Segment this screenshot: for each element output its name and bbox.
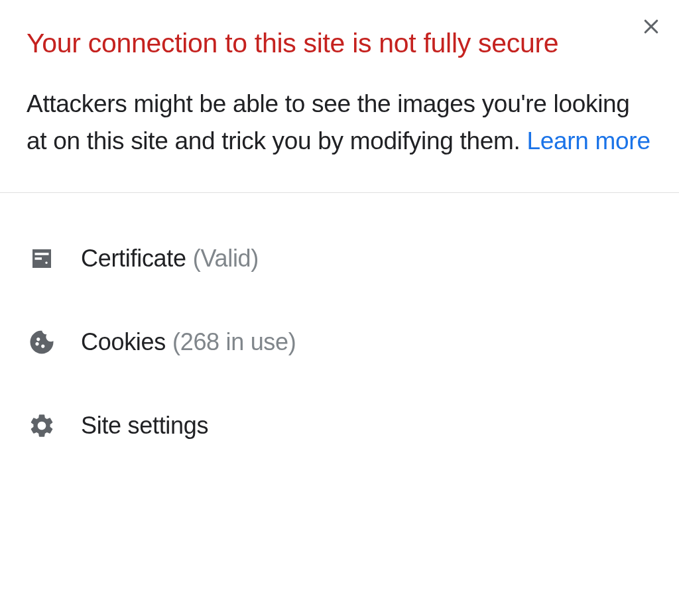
site-security-popup: Your connection to this site is not full… <box>0 0 679 505</box>
close-button[interactable] <box>638 15 664 41</box>
site-settings-label: Site settings <box>81 412 208 440</box>
certificate-label: Certificate <box>81 245 186 273</box>
cookies-item[interactable]: Cookies (268 in use) <box>27 311 652 373</box>
cookie-icon <box>27 327 57 357</box>
close-icon <box>641 17 661 39</box>
warning-title: Your connection to this site is not full… <box>27 25 652 62</box>
certificate-icon <box>27 243 57 274</box>
learn-more-link[interactable]: Learn more <box>526 127 650 154</box>
certificate-status: (Valid) <box>193 245 259 273</box>
site-settings-item[interactable]: Site settings <box>27 395 652 457</box>
cookies-status: (268 in use) <box>172 328 296 356</box>
gear-icon <box>27 410 57 441</box>
warning-description: Attackers might be able to see the image… <box>27 86 652 159</box>
info-list: Certificate (Valid) Cookies (268 in use)… <box>27 193 652 457</box>
certificate-item[interactable]: Certificate (Valid) <box>27 227 652 290</box>
cookies-label: Cookies <box>81 328 166 356</box>
